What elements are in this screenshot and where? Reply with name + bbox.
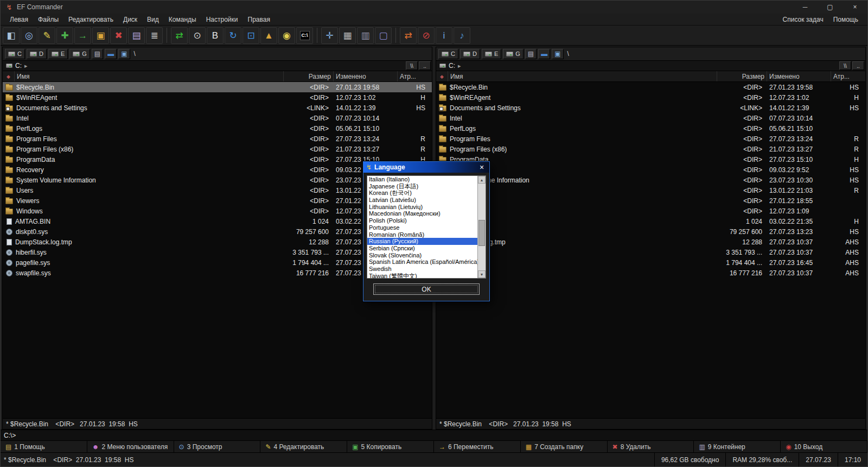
fkey-move-button[interactable]: →6 Переместить bbox=[434, 441, 521, 452]
settings-tool-button[interactable]: ✛ bbox=[321, 27, 338, 44]
minimize-button[interactable]: ─ bbox=[793, 1, 818, 14]
file-row[interactable]: $WinREAgent<DIR>12.07.23 1:02H bbox=[436, 92, 865, 103]
connect-button[interactable]: ⇄ bbox=[400, 27, 417, 44]
drive-d-button[interactable]: D bbox=[27, 49, 47, 59]
file-row[interactable]: AMTAG.BIN1 02403.02.22 21:35H bbox=[436, 216, 865, 226]
delete-button[interactable]: ✖ bbox=[110, 27, 127, 44]
move-button[interactable]: → bbox=[74, 27, 91, 44]
language-option[interactable]: Taiwan (繁體中文) bbox=[367, 273, 477, 278]
menu-left[interactable]: Левая bbox=[5, 15, 33, 24]
disconnect-button[interactable]: ⊘ bbox=[418, 27, 435, 44]
multi-rename-button[interactable]: ≣ bbox=[146, 27, 163, 44]
fkey-exit-button[interactable]: ◉10 Выход bbox=[781, 441, 867, 452]
fkey-new-folder-button[interactable]: ▦7 Создать папку bbox=[521, 441, 608, 452]
file-row[interactable]: Program Files<DIR>27.07.23 13:24R bbox=[436, 134, 865, 144]
titlebar[interactable]: ↯ EF Commander ─ ▢ × bbox=[1, 1, 867, 14]
sync-button[interactable]: ↻ bbox=[225, 27, 241, 44]
find-window-button[interactable]: ⊡ bbox=[242, 27, 259, 44]
close-button[interactable]: × bbox=[843, 1, 867, 14]
refresh-button[interactable]: ⇄ bbox=[171, 27, 188, 44]
file-row[interactable]: Users<DIR>13.01.22 21:03R bbox=[436, 185, 865, 195]
drive-e-button[interactable]: E bbox=[48, 49, 68, 59]
drive-c-button[interactable]: C bbox=[5, 49, 25, 59]
network-button[interactable]: ▣ bbox=[552, 49, 563, 59]
language-option[interactable]: Polish (Polski) bbox=[367, 217, 477, 224]
ok-button[interactable]: OK bbox=[373, 283, 480, 295]
file-row[interactable]: Intel<DIR>07.07.23 10:14 bbox=[436, 113, 865, 123]
drive-g-button[interactable]: G bbox=[69, 49, 90, 59]
recycle-bin-button[interactable]: ▥ bbox=[357, 27, 374, 44]
file-row[interactable]: Program Files (x86)<DIR>21.07.23 13:27R bbox=[436, 144, 865, 154]
quick-view-button[interactable]: ◎ bbox=[21, 27, 37, 44]
column-header-attr[interactable]: Атр... bbox=[831, 71, 865, 81]
language-option[interactable]: Macedonian (Македонски) bbox=[367, 210, 477, 217]
fkey-container-button[interactable]: ▥9 Контейнер bbox=[694, 441, 781, 452]
column-header-size[interactable]: Размер bbox=[717, 71, 767, 81]
new-tab-button[interactable]: ◧ bbox=[3, 27, 20, 44]
fkey-view-button[interactable]: ⊙3 Просмотр bbox=[174, 441, 261, 452]
language-option[interactable]: Korean (한국어) bbox=[367, 190, 477, 197]
scroll-up-icon[interactable]: ▲ bbox=[478, 176, 486, 184]
command-line[interactable]: C:\> bbox=[4, 432, 16, 439]
edit-file-button[interactable]: ✎ bbox=[39, 27, 55, 44]
new-folder-button[interactable]: ▣ bbox=[92, 27, 109, 44]
file-row[interactable]: Program Files (x86)<DIR>21.07.23 13:27R bbox=[3, 144, 432, 154]
drive-e-button[interactable]: E bbox=[482, 49, 501, 59]
column-header-changed[interactable]: Изменено bbox=[767, 71, 831, 81]
desktop-button[interactable]: ▬ bbox=[538, 49, 550, 59]
root-button[interactable]: \\ bbox=[839, 61, 851, 70]
pack-button[interactable]: ▤ bbox=[128, 27, 145, 44]
fkey-edit-button[interactable]: ✎4 Редактировать bbox=[260, 441, 347, 452]
parent-button[interactable]: .. bbox=[852, 61, 864, 70]
dialog-titlebar[interactable]: ↯ Language × bbox=[363, 162, 489, 173]
file-row[interactable]: Intel<DIR>07.07.23 10:14 bbox=[3, 113, 432, 123]
language-option[interactable]: Portuguese bbox=[367, 224, 477, 231]
language-option[interactable]: Serbian (Српски) bbox=[367, 245, 477, 252]
scrollbar-thumb[interactable] bbox=[478, 220, 485, 246]
language-scrollbar[interactable]: ▲ ▼ bbox=[477, 176, 486, 278]
print-button[interactable]: ▦ bbox=[339, 27, 356, 44]
hex-view-button[interactable]: B bbox=[207, 27, 224, 44]
column-header-changed[interactable]: Изменено bbox=[333, 71, 397, 81]
file-row[interactable]: PerfLogs<DIR>05.06.21 15:10 bbox=[436, 123, 865, 134]
file-row[interactable]: swapfile.sys16 777 21627.07.23 10:37AHS bbox=[436, 268, 865, 278]
file-row[interactable]: $Recycle.Bin<DIR>27.01.23 19:58HS bbox=[3, 82, 432, 92]
language-option[interactable]: Japanese (日本語) bbox=[367, 183, 477, 190]
copy-button[interactable]: ✚ bbox=[56, 27, 73, 44]
menu-files[interactable]: Файлы bbox=[33, 15, 63, 24]
language-option[interactable]: Latvian (Latviešu) bbox=[367, 197, 477, 204]
menu-edit[interactable]: Редактировать bbox=[63, 15, 118, 24]
maximize-button[interactable]: ▢ bbox=[818, 1, 843, 14]
parent-button[interactable]: .. bbox=[419, 61, 431, 70]
file-row[interactable]: diskpt0.sys79 257 60027.07.23 13:23HS bbox=[436, 226, 865, 237]
language-option[interactable]: Lithuanian (Lietuvių) bbox=[367, 204, 477, 211]
file-row[interactable]: Documents and Settings<LINK>14.01.22 1:3… bbox=[3, 103, 432, 113]
desktop-button[interactable]: ▬ bbox=[105, 49, 117, 59]
console-button[interactable]: C:\ bbox=[296, 27, 313, 44]
menu-commands[interactable]: Команды bbox=[164, 15, 201, 24]
menu-task-list[interactable]: Список задач bbox=[778, 15, 828, 24]
file-row[interactable]: Program Files<DIR>27.07.23 13:24R bbox=[3, 134, 432, 144]
info-button[interactable]: i bbox=[436, 27, 452, 44]
search-files-button[interactable]: ◉ bbox=[278, 27, 295, 44]
menu-settings[interactable]: Настройки bbox=[201, 15, 243, 24]
scroll-down-icon[interactable]: ▼ bbox=[478, 270, 486, 278]
column-header-name[interactable]: Имя bbox=[448, 71, 717, 81]
path-display[interactable]: C:▸ bbox=[437, 62, 839, 70]
file-row[interactable]: Viewers<DIR>27.01.22 18:55 bbox=[436, 195, 865, 206]
column-header-attr[interactable]: Атр... bbox=[397, 71, 432, 81]
path-display[interactable]: C:▸ bbox=[4, 62, 406, 70]
menu-right[interactable]: Правая bbox=[243, 15, 275, 24]
menu-disk[interactable]: Диск bbox=[118, 15, 142, 24]
file-row[interactable]: DumpStack.log.tmp12 28827.07.23 10:37AHS bbox=[436, 237, 865, 247]
search-button[interactable]: ⊙ bbox=[189, 27, 206, 44]
file-row[interactable]: System Volume Information<DIR>23.07.23 1… bbox=[436, 175, 865, 185]
file-row[interactable]: ProgramData<DIR>27.07.23 15:10H bbox=[436, 154, 865, 165]
dialog-close-button[interactable]: × bbox=[477, 163, 487, 172]
root-button[interactable]: \\ bbox=[406, 61, 418, 70]
file-row[interactable]: $WinREAgent<DIR>12.07.23 1:02H bbox=[3, 92, 432, 103]
language-option[interactable]: Romanian (Română) bbox=[367, 231, 477, 238]
columns-config-icon[interactable]: ◆ bbox=[436, 71, 448, 81]
removable-drive-button[interactable]: ▤ bbox=[92, 49, 103, 59]
file-row[interactable]: Documents and Settings<LINK>14.01.22 1:3… bbox=[436, 103, 865, 113]
